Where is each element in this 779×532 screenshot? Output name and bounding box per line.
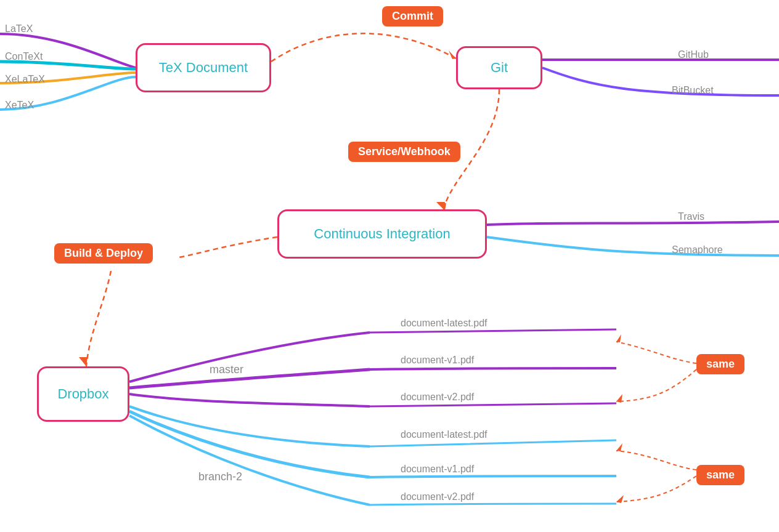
build-badge: Build & Deploy [54, 243, 153, 264]
commit-badge: Commit [382, 6, 443, 26]
ci-node: Continuous Integration [277, 209, 487, 259]
travis-label: Travis [678, 211, 704, 222]
branch2-doc-v1-label: document-v1.pdf [401, 464, 474, 475]
dropbox-label: Dropbox [57, 386, 108, 402]
same-badge-1: same [696, 354, 744, 374]
semaphore-label: Semaphore [672, 244, 723, 256]
xetex-label: XeTeX [5, 100, 34, 111]
webhook-label: Service/Webhook [358, 145, 451, 158]
master-label: master [210, 363, 243, 376]
same2-label: same [706, 469, 735, 481]
svg-marker-1 [436, 202, 445, 209]
xelatex-label: XeLaTeX [5, 74, 45, 85]
context-label: ConTeXt [5, 51, 43, 62]
git-node: Git [456, 46, 542, 89]
tex-document-label: TeX Document [159, 60, 248, 76]
webhook-badge: Service/Webhook [348, 142, 460, 162]
svg-marker-0 [449, 50, 456, 59]
master-doc-latest-label: document-latest.pdf [401, 318, 487, 329]
git-label: Git [491, 60, 508, 76]
build-label: Build & Deploy [64, 247, 143, 259]
svg-marker-3 [616, 334, 621, 342]
master-doc-v1-label: document-v1.pdf [401, 355, 474, 366]
branch2-label: branch-2 [198, 470, 242, 483]
master-doc-v2-label: document-v2.pdf [401, 392, 474, 403]
same1-label: same [706, 358, 735, 370]
dropbox-node: Dropbox [37, 366, 129, 422]
tex-document-node: TeX Document [136, 43, 271, 92]
svg-marker-4 [616, 394, 622, 403]
svg-marker-6 [616, 495, 624, 503]
branch2-doc-latest-label: document-latest.pdf [401, 429, 487, 440]
branch2-doc-v2-label: document-v2.pdf [401, 491, 474, 502]
latex-label: LaTeX [5, 23, 33, 34]
ci-label: Continuous Integration [314, 226, 450, 242]
github-label: GitHub [678, 49, 709, 60]
svg-marker-2 [79, 357, 88, 366]
svg-marker-5 [616, 443, 622, 451]
commit-label: Commit [392, 10, 433, 22]
same-badge-2: same [696, 465, 744, 485]
bitbucket-label: BitBucket [672, 85, 714, 96]
